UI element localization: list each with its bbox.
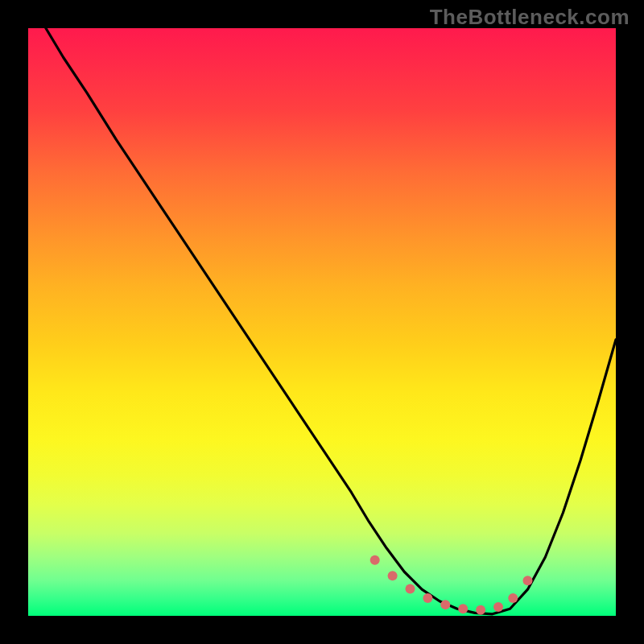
marker-dot — [522, 576, 532, 585]
marker-dot — [493, 602, 503, 612]
marker-dot — [423, 593, 432, 603]
watermark-text: TheBottleneck.com — [430, 5, 630, 30]
marker-dot — [370, 555, 380, 565]
plot-area — [28, 28, 616, 616]
marker-dot — [476, 605, 485, 615]
marker-dot — [508, 593, 518, 603]
marker-dot — [405, 584, 415, 593]
marker-dot — [440, 600, 450, 609]
marker-dot — [458, 604, 468, 613]
marker-dot — [388, 571, 398, 580]
chart-container: TheBottleneck.com — [0, 0, 644, 644]
optimal-range-markers — [28, 28, 616, 616]
